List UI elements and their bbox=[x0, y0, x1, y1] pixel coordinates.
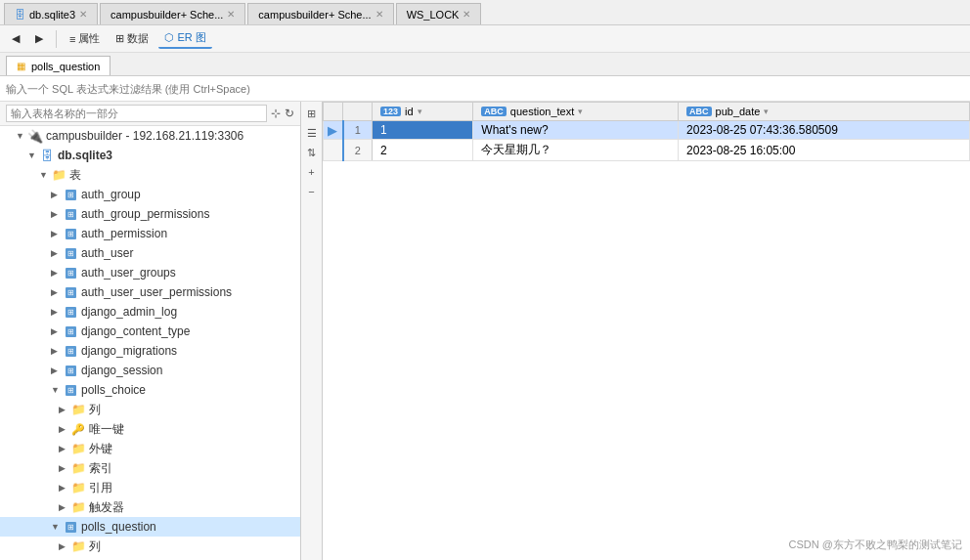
table-row[interactable]: ▶ 1 1 What's new? 2023-08-25 07:43:36.58… bbox=[324, 121, 970, 140]
cell-pub-date[interactable]: 2023-08-25 16:05:00 bbox=[679, 140, 970, 161]
folder-icon: 📁 bbox=[70, 481, 86, 495]
query-tabbar: ▦ polls_question bbox=[0, 53, 970, 76]
folder-label: 列 bbox=[89, 402, 101, 418]
close-icon[interactable]: ✕ bbox=[79, 9, 87, 20]
tree-expand-arrow: ▼ bbox=[39, 170, 51, 180]
folder-icon: 📁 bbox=[70, 500, 86, 514]
query-tab-polls-question[interactable]: ▦ polls_question bbox=[6, 56, 110, 75]
tree-table-django-session[interactable]: ▶ ⊞ django_session bbox=[0, 361, 300, 380]
delete-row-icon[interactable]: − bbox=[304, 184, 320, 199]
data-grid: 123 id ▾ ABC question_text ▾ bbox=[323, 102, 970, 560]
tree-area: ▼ 🔌 campusbuilder - 192.168.21.119:3306 … bbox=[0, 126, 300, 560]
tree-table-auth-user-user-permissions[interactable]: ▶ ⊞ auth_user_user_permissions bbox=[0, 282, 300, 302]
col-name-question: question_text bbox=[510, 106, 574, 117]
tree-polls-choice-refs[interactable]: ▶ 📁 引用 bbox=[0, 478, 300, 497]
properties-tab-button[interactable]: ≡ 属性 bbox=[64, 29, 106, 48]
cell-pub-date[interactable]: 2023-08-25 07:43:36.580509 bbox=[679, 121, 970, 140]
col-header-id[interactable]: 123 id ▾ bbox=[373, 103, 473, 121]
tree-table-polls-choice[interactable]: ▼ ⊞ polls_choice bbox=[0, 380, 300, 400]
table-label: django_content_type bbox=[81, 324, 190, 338]
nav-forward-button[interactable]: ▶ bbox=[29, 30, 49, 47]
folder-label: 引用 bbox=[89, 480, 112, 496]
tree-expand-arrow: ▶ bbox=[51, 346, 63, 356]
tree-expand-arrow: ▶ bbox=[51, 326, 63, 336]
connection-icon: 🔌 bbox=[27, 129, 43, 143]
col-header-question-text[interactable]: ABC question_text ▾ bbox=[473, 103, 679, 121]
form-view-icon[interactable]: ☰ bbox=[304, 125, 320, 141]
tree-polls-choice-unique-keys[interactable]: ▶ 🔑 唯一键 bbox=[0, 419, 300, 439]
tab-campusbuilder2[interactable]: campusbuilder+ Sche... ✕ bbox=[247, 3, 393, 24]
tab-ws-lock[interactable]: WS_LOCK ✕ bbox=[396, 3, 482, 24]
tree-search-input[interactable] bbox=[6, 105, 267, 122]
filter-rows-icon[interactable]: ⇅ bbox=[304, 145, 320, 160]
tab-campusbuilder1[interactable]: campusbuilder+ Sche... ✕ bbox=[100, 3, 245, 24]
tab-label: campusbuilder+ Sche... bbox=[110, 9, 223, 21]
table-label: django_session bbox=[81, 364, 162, 377]
nav-back-button[interactable]: ◀ bbox=[6, 30, 25, 47]
table-icon: ⊞ bbox=[63, 383, 78, 397]
cell-id[interactable]: 1 bbox=[373, 121, 473, 140]
sql-filter-input[interactable] bbox=[6, 83, 964, 95]
sort-arrow-question[interactable]: ▾ bbox=[578, 107, 583, 116]
tree-table-auth-user-groups[interactable]: ▶ ⊞ auth_user_groups bbox=[0, 263, 300, 282]
col-name-id: id bbox=[405, 106, 414, 117]
table-icon: ⊞ bbox=[63, 324, 78, 338]
tree-polls-question-columns[interactable]: ▶ 📁 列 bbox=[0, 537, 300, 556]
tree-tables-folder[interactable]: ▼ 📁 表 bbox=[0, 165, 300, 185]
tab-label: db.sqlite3 bbox=[29, 9, 75, 21]
right-panel: ⊞ ☰ ⇅ + − 123 i bbox=[301, 102, 970, 560]
tree-table-auth-group-permissions[interactable]: ▶ ⊞ auth_group_permissions bbox=[0, 204, 300, 224]
tree-expand-arrow: ▼ bbox=[51, 385, 63, 395]
cell-id[interactable]: 2 bbox=[373, 140, 473, 161]
tab-db-sqlite3[interactable]: 🗄 db.sqlite3 ✕ bbox=[4, 3, 98, 24]
refresh-icon[interactable]: ↻ bbox=[285, 107, 294, 120]
tree-polls-choice-columns[interactable]: ▶ 📁 列 bbox=[0, 400, 300, 419]
tree-expand-arrow: ▶ bbox=[51, 307, 63, 317]
data-tab-button[interactable]: ⊞ 数据 bbox=[110, 29, 154, 48]
grid-view-icon[interactable]: ⊞ bbox=[304, 106, 320, 121]
sort-arrow-id[interactable]: ▾ bbox=[418, 107, 422, 116]
tables-folder-icon: 📁 bbox=[51, 168, 66, 182]
sort-arrow-pubdate[interactable]: ▾ bbox=[764, 107, 769, 116]
tree-expand-arrow: ▶ bbox=[59, 541, 70, 551]
col-header-pub-date[interactable]: ABC pub_date ▾ bbox=[679, 103, 970, 121]
tree-table-auth-group[interactable]: ▶ ⊞ auth_group bbox=[0, 185, 300, 204]
col-name-pubdate: pub_date bbox=[716, 106, 761, 117]
connection-label: campusbuilder - 192.168.21.119:3306 bbox=[46, 129, 243, 143]
tree-expand-arrow: ▶ bbox=[51, 268, 63, 278]
table-label: polls_choice bbox=[81, 383, 146, 397]
filter-icon[interactable]: ⊹ bbox=[271, 107, 281, 120]
close-icon[interactable]: ✕ bbox=[463, 9, 470, 20]
tree-database[interactable]: ▼ 🗄 db.sqlite3 bbox=[0, 146, 300, 165]
tree-polls-question-unique-keys[interactable]: ▶ 🔑 唯一键 bbox=[0, 556, 300, 560]
add-row-icon[interactable]: + bbox=[304, 164, 320, 180]
tree-polls-choice-foreign-keys[interactable]: ▶ 📁 外键 bbox=[0, 439, 300, 458]
table-label: django_admin_log bbox=[81, 305, 177, 319]
tree-table-polls-question[interactable]: ▼ ⊞ polls_question bbox=[0, 517, 300, 537]
close-icon[interactable]: ✕ bbox=[227, 9, 235, 20]
tree-table-auth-user[interactable]: ▶ ⊞ auth_user bbox=[0, 243, 300, 263]
tree-table-django-admin-log[interactable]: ▶ ⊞ django_admin_log bbox=[0, 302, 300, 322]
tree-table-django-migrations[interactable]: ▶ ⊞ django_migrations bbox=[0, 341, 300, 361]
tree-expand-arrow: ▶ bbox=[51, 248, 63, 258]
folder-label: 外键 bbox=[89, 441, 112, 457]
tab-label: campusbuilder+ Sche... bbox=[258, 9, 371, 21]
folder-label: 索引 bbox=[89, 460, 112, 477]
er-label: ER 图 bbox=[177, 30, 205, 45]
tree-table-auth-permission[interactable]: ▶ ⊞ auth_permission bbox=[0, 224, 300, 243]
tree-expand-arrow: ▶ bbox=[51, 287, 63, 297]
er-tab-button[interactable]: ⬡ ER 图 bbox=[158, 28, 211, 49]
data-icon: ⊞ bbox=[115, 32, 124, 45]
cell-question-text[interactable]: What's new? bbox=[473, 121, 679, 140]
table-icon: ▦ bbox=[17, 61, 25, 71]
tables-folder-label: 表 bbox=[69, 167, 81, 184]
tree-table-django-content-type[interactable]: ▶ ⊞ django_content_type bbox=[0, 322, 300, 341]
table-row[interactable]: 2 2 今天星期几？ 2023-08-25 16:05:00 bbox=[324, 140, 970, 161]
er-icon: ⬡ bbox=[164, 31, 174, 44]
cell-question-text[interactable]: 今天星期几？ bbox=[473, 140, 679, 161]
tree-polls-choice-indexes[interactable]: ▶ 📁 索引 bbox=[0, 458, 300, 478]
tree-connection[interactable]: ▼ 🔌 campusbuilder - 192.168.21.119:3306 bbox=[0, 126, 300, 146]
tree-polls-choice-triggers[interactable]: ▶ 📁 触发器 bbox=[0, 497, 300, 517]
tree-expand-arrow: ▶ bbox=[59, 424, 70, 434]
close-icon[interactable]: ✕ bbox=[375, 9, 383, 20]
